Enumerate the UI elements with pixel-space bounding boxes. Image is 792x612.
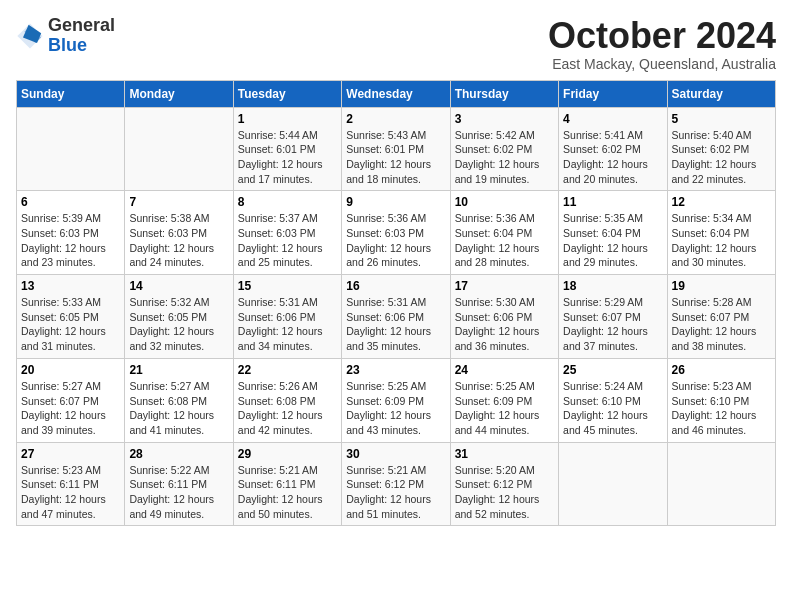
day-number: 10	[455, 195, 554, 209]
day-number: 25	[563, 363, 662, 377]
calendar-week-row: 13Sunrise: 5:33 AM Sunset: 6:05 PM Dayli…	[17, 275, 776, 359]
calendar-cell: 25Sunrise: 5:24 AM Sunset: 6:10 PM Dayli…	[559, 358, 667, 442]
calendar-cell: 8Sunrise: 5:37 AM Sunset: 6:03 PM Daylig…	[233, 191, 341, 275]
calendar-cell	[667, 442, 775, 526]
calendar-cell: 21Sunrise: 5:27 AM Sunset: 6:08 PM Dayli…	[125, 358, 233, 442]
calendar-week-row: 27Sunrise: 5:23 AM Sunset: 6:11 PM Dayli…	[17, 442, 776, 526]
cell-content: Sunrise: 5:24 AM Sunset: 6:10 PM Dayligh…	[563, 379, 662, 438]
page-header: General Blue October 2024 East Mackay, Q…	[16, 16, 776, 72]
cell-content: Sunrise: 5:32 AM Sunset: 6:05 PM Dayligh…	[129, 295, 228, 354]
calendar-cell: 26Sunrise: 5:23 AM Sunset: 6:10 PM Dayli…	[667, 358, 775, 442]
day-number: 29	[238, 447, 337, 461]
calendar-cell	[125, 107, 233, 191]
day-number: 28	[129, 447, 228, 461]
calendar-cell: 23Sunrise: 5:25 AM Sunset: 6:09 PM Dayli…	[342, 358, 450, 442]
calendar-cell: 29Sunrise: 5:21 AM Sunset: 6:11 PM Dayli…	[233, 442, 341, 526]
cell-content: Sunrise: 5:20 AM Sunset: 6:12 PM Dayligh…	[455, 463, 554, 522]
calendar-cell: 3Sunrise: 5:42 AM Sunset: 6:02 PM Daylig…	[450, 107, 558, 191]
calendar-cell: 24Sunrise: 5:25 AM Sunset: 6:09 PM Dayli…	[450, 358, 558, 442]
title-area: October 2024 East Mackay, Queensland, Au…	[548, 16, 776, 72]
day-header-tuesday: Tuesday	[233, 80, 341, 107]
day-number: 9	[346, 195, 445, 209]
day-number: 18	[563, 279, 662, 293]
cell-content: Sunrise: 5:21 AM Sunset: 6:11 PM Dayligh…	[238, 463, 337, 522]
cell-content: Sunrise: 5:37 AM Sunset: 6:03 PM Dayligh…	[238, 211, 337, 270]
day-number: 7	[129, 195, 228, 209]
cell-content: Sunrise: 5:30 AM Sunset: 6:06 PM Dayligh…	[455, 295, 554, 354]
calendar-cell: 30Sunrise: 5:21 AM Sunset: 6:12 PM Dayli…	[342, 442, 450, 526]
logo-text: General Blue	[48, 16, 115, 56]
day-number: 26	[672, 363, 771, 377]
day-number: 5	[672, 112, 771, 126]
calendar-header-row: SundayMondayTuesdayWednesdayThursdayFrid…	[17, 80, 776, 107]
calendar-table: SundayMondayTuesdayWednesdayThursdayFrid…	[16, 80, 776, 527]
calendar-cell: 16Sunrise: 5:31 AM Sunset: 6:06 PM Dayli…	[342, 275, 450, 359]
calendar-cell: 11Sunrise: 5:35 AM Sunset: 6:04 PM Dayli…	[559, 191, 667, 275]
calendar-cell: 31Sunrise: 5:20 AM Sunset: 6:12 PM Dayli…	[450, 442, 558, 526]
calendar-cell	[559, 442, 667, 526]
day-number: 17	[455, 279, 554, 293]
calendar-cell: 14Sunrise: 5:32 AM Sunset: 6:05 PM Dayli…	[125, 275, 233, 359]
cell-content: Sunrise: 5:26 AM Sunset: 6:08 PM Dayligh…	[238, 379, 337, 438]
cell-content: Sunrise: 5:35 AM Sunset: 6:04 PM Dayligh…	[563, 211, 662, 270]
day-number: 20	[21, 363, 120, 377]
day-number: 22	[238, 363, 337, 377]
calendar-week-row: 20Sunrise: 5:27 AM Sunset: 6:07 PM Dayli…	[17, 358, 776, 442]
cell-content: Sunrise: 5:23 AM Sunset: 6:10 PM Dayligh…	[672, 379, 771, 438]
calendar-cell: 19Sunrise: 5:28 AM Sunset: 6:07 PM Dayli…	[667, 275, 775, 359]
cell-content: Sunrise: 5:22 AM Sunset: 6:11 PM Dayligh…	[129, 463, 228, 522]
cell-content: Sunrise: 5:31 AM Sunset: 6:06 PM Dayligh…	[238, 295, 337, 354]
calendar-cell: 7Sunrise: 5:38 AM Sunset: 6:03 PM Daylig…	[125, 191, 233, 275]
calendar-cell: 27Sunrise: 5:23 AM Sunset: 6:11 PM Dayli…	[17, 442, 125, 526]
cell-content: Sunrise: 5:36 AM Sunset: 6:03 PM Dayligh…	[346, 211, 445, 270]
calendar-cell	[17, 107, 125, 191]
logo: General Blue	[16, 16, 115, 56]
cell-content: Sunrise: 5:29 AM Sunset: 6:07 PM Dayligh…	[563, 295, 662, 354]
calendar-cell: 12Sunrise: 5:34 AM Sunset: 6:04 PM Dayli…	[667, 191, 775, 275]
day-header-thursday: Thursday	[450, 80, 558, 107]
day-number: 3	[455, 112, 554, 126]
cell-content: Sunrise: 5:25 AM Sunset: 6:09 PM Dayligh…	[455, 379, 554, 438]
logo-icon	[16, 22, 44, 50]
calendar-cell: 5Sunrise: 5:40 AM Sunset: 6:02 PM Daylig…	[667, 107, 775, 191]
day-number: 30	[346, 447, 445, 461]
day-number: 2	[346, 112, 445, 126]
day-header-wednesday: Wednesday	[342, 80, 450, 107]
day-header-sunday: Sunday	[17, 80, 125, 107]
cell-content: Sunrise: 5:31 AM Sunset: 6:06 PM Dayligh…	[346, 295, 445, 354]
cell-content: Sunrise: 5:43 AM Sunset: 6:01 PM Dayligh…	[346, 128, 445, 187]
month-title: October 2024	[548, 16, 776, 56]
day-number: 14	[129, 279, 228, 293]
cell-content: Sunrise: 5:23 AM Sunset: 6:11 PM Dayligh…	[21, 463, 120, 522]
cell-content: Sunrise: 5:28 AM Sunset: 6:07 PM Dayligh…	[672, 295, 771, 354]
cell-content: Sunrise: 5:27 AM Sunset: 6:07 PM Dayligh…	[21, 379, 120, 438]
day-header-friday: Friday	[559, 80, 667, 107]
cell-content: Sunrise: 5:44 AM Sunset: 6:01 PM Dayligh…	[238, 128, 337, 187]
cell-content: Sunrise: 5:41 AM Sunset: 6:02 PM Dayligh…	[563, 128, 662, 187]
day-number: 21	[129, 363, 228, 377]
cell-content: Sunrise: 5:38 AM Sunset: 6:03 PM Dayligh…	[129, 211, 228, 270]
calendar-cell: 2Sunrise: 5:43 AM Sunset: 6:01 PM Daylig…	[342, 107, 450, 191]
day-number: 27	[21, 447, 120, 461]
day-number: 4	[563, 112, 662, 126]
day-header-monday: Monday	[125, 80, 233, 107]
calendar-cell: 9Sunrise: 5:36 AM Sunset: 6:03 PM Daylig…	[342, 191, 450, 275]
calendar-cell: 6Sunrise: 5:39 AM Sunset: 6:03 PM Daylig…	[17, 191, 125, 275]
cell-content: Sunrise: 5:36 AM Sunset: 6:04 PM Dayligh…	[455, 211, 554, 270]
location-subtitle: East Mackay, Queensland, Australia	[548, 56, 776, 72]
day-number: 11	[563, 195, 662, 209]
day-number: 6	[21, 195, 120, 209]
day-number: 15	[238, 279, 337, 293]
calendar-cell: 15Sunrise: 5:31 AM Sunset: 6:06 PM Dayli…	[233, 275, 341, 359]
cell-content: Sunrise: 5:27 AM Sunset: 6:08 PM Dayligh…	[129, 379, 228, 438]
cell-content: Sunrise: 5:39 AM Sunset: 6:03 PM Dayligh…	[21, 211, 120, 270]
calendar-week-row: 1Sunrise: 5:44 AM Sunset: 6:01 PM Daylig…	[17, 107, 776, 191]
cell-content: Sunrise: 5:21 AM Sunset: 6:12 PM Dayligh…	[346, 463, 445, 522]
calendar-week-row: 6Sunrise: 5:39 AM Sunset: 6:03 PM Daylig…	[17, 191, 776, 275]
calendar-cell: 20Sunrise: 5:27 AM Sunset: 6:07 PM Dayli…	[17, 358, 125, 442]
cell-content: Sunrise: 5:33 AM Sunset: 6:05 PM Dayligh…	[21, 295, 120, 354]
calendar-cell: 22Sunrise: 5:26 AM Sunset: 6:08 PM Dayli…	[233, 358, 341, 442]
day-number: 24	[455, 363, 554, 377]
cell-content: Sunrise: 5:40 AM Sunset: 6:02 PM Dayligh…	[672, 128, 771, 187]
day-number: 31	[455, 447, 554, 461]
